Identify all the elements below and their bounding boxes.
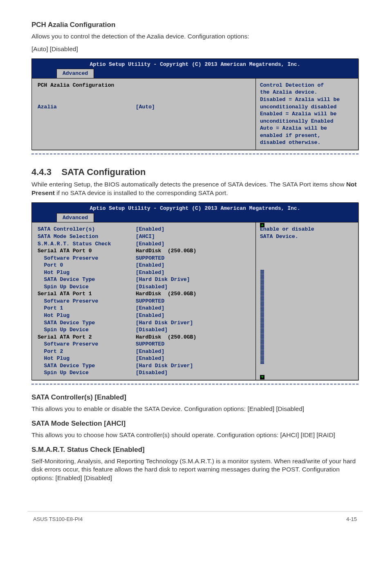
page-footer: ASUS TS100-E8-PI4 4-15 (27, 511, 363, 535)
bios2-row-label[interactable]: S.M.A.R.T. Status Check (38, 240, 136, 248)
bios2-row-label[interactable]: Port 0 (38, 262, 136, 269)
bios2-row-value: HardDisk (250.0GB) (136, 247, 196, 255)
bios2-row-label[interactable]: Software Preserve (38, 298, 136, 305)
pch-desc1: Allows you to control the detection of t… (31, 32, 359, 41)
bios2-row-value: SUPPORTED (136, 341, 164, 348)
bios2-row-label[interactable]: Serial ATA Port 2 (38, 334, 136, 341)
bios2-row-value: [Enabled] (136, 305, 164, 312)
smart-title: S.M.A.R.T. Status Check [Enabled] (31, 445, 359, 455)
bios2-row-value: [AHCI] (136, 233, 155, 240)
sata-intro: While entering Setup, the BIOS automatic… (31, 180, 359, 197)
bios-panel-2: Aptio Setup Utility - Copyright (C) 2013… (31, 202, 359, 380)
bios2-row-value: [Enabled] (136, 348, 164, 355)
bios1-row1-value[interactable]: [Auto] (136, 103, 155, 111)
ctrl-title: SATA Controller(s) [Enabled] (31, 393, 359, 402)
bios2-row-value: [Disabled] (136, 369, 168, 377)
bios2-row-value: [Disabled] (136, 326, 168, 334)
bios2-tab[interactable]: Advanced (56, 213, 94, 222)
pch-title: PCH Azalia Configuration (31, 20, 359, 30)
bios1-help: Control Detection of the Azalia device. … (256, 79, 358, 150)
bios2-row-value: SUPPORTED (136, 298, 164, 305)
bios-panel-1: Aptio Setup Utility - Copyright (C) 2013… (31, 58, 359, 150)
bios2-row-value: [Enabled] (136, 240, 164, 248)
bios2-row-label[interactable]: SATA Device Type (38, 362, 136, 370)
footer-right: 4-15 (346, 516, 357, 523)
scrollbar[interactable] (260, 270, 264, 364)
bios1-tab[interactable]: Advanced (56, 69, 94, 78)
bios2-row-label[interactable]: Spin Up Device (38, 369, 136, 377)
mode-desc: This allows you to choose how SATA contr… (31, 431, 359, 440)
bios2-row-label[interactable]: Software Preserve (38, 255, 136, 262)
ctrl-desc: This allows you to enable or disable the… (31, 405, 359, 413)
divider (31, 384, 359, 385)
scroll-up-icon[interactable]: ▲ (260, 223, 264, 227)
bios2-row-value: [Disabled] (136, 283, 168, 291)
bios2-row-value: HardDisk (250.0GB) (136, 334, 196, 341)
scroll-down-icon[interactable]: ▼ (260, 375, 264, 379)
bios2-row-label[interactable]: Serial ATA Port 1 (38, 290, 136, 298)
bios2-row-label[interactable]: SATA Controller(s) (38, 226, 136, 233)
bios2-row-value: [Hard Disk Drive] (136, 276, 190, 283)
bios2-row-label[interactable]: Software Preserve (38, 341, 136, 348)
footer-left: ASUS TS100-E8-PI4 (33, 516, 83, 523)
smart-desc: Self-Monitoring, Analysis, and Reporting… (31, 457, 359, 483)
bios2-row-label[interactable]: Hot Plug (38, 269, 136, 276)
bios2-row-value: [Enabled] (136, 355, 164, 362)
divider (31, 153, 359, 155)
bios1-row1-label[interactable]: Azalia (38, 103, 136, 111)
bios1-left: PCH Azalia Configuration Azalia[Auto] (32, 79, 256, 150)
bios2-header: Aptio Setup Utility - Copyright (C) 2013… (32, 203, 358, 212)
bios2-row-label[interactable]: Port 2 (38, 348, 136, 355)
bios2-row-value: HardDisk (250.0GB) (136, 290, 196, 298)
bios2-row-value: [Hard Disk Driver] (136, 319, 193, 327)
bios2-left: SATA Controller(s)[Enabled]SATA Mode Sel… (32, 222, 256, 379)
bios2-row-label[interactable]: SATA Device Type (38, 276, 136, 283)
section-heading: 4.4.3 SATA Configuration (31, 166, 359, 178)
bios2-row-label[interactable]: SATA Mode Selection (38, 233, 136, 240)
bios2-row-value: [Enabled] (136, 312, 164, 319)
bios2-row-label[interactable]: Serial ATA Port 0 (38, 247, 136, 255)
mode-title: SATA Mode Selection [AHCI] (31, 419, 359, 429)
bios2-row-label[interactable]: Hot Plug (38, 355, 136, 362)
bios2-row-label[interactable]: Hot Plug (38, 312, 136, 319)
bios2-row-label[interactable]: Spin Up Device (38, 326, 136, 334)
bios2-row-label[interactable]: Spin Up Device (38, 283, 136, 291)
bios2-row-value: SUPPORTED (136, 255, 164, 262)
bios2-help: Enable or disable SATA Device. (256, 222, 358, 379)
bios2-row-value: [Enabled] (136, 262, 164, 269)
bios1-left-title: PCH Azalia Configuration (38, 82, 136, 89)
bios2-row-value: [Hard Disk Driver] (136, 362, 193, 370)
bios2-row-label[interactable]: Port 1 (38, 305, 136, 312)
pch-desc2: [Auto] [Disabled] (31, 45, 359, 54)
bios1-header: Aptio Setup Utility - Copyright (C) 2013… (32, 59, 358, 68)
bios2-row-value: [Enabled] (136, 269, 164, 276)
bios2-row-value: [Enabled] (136, 226, 164, 233)
bios2-row-label[interactable]: SATA Device Type (38, 319, 136, 327)
